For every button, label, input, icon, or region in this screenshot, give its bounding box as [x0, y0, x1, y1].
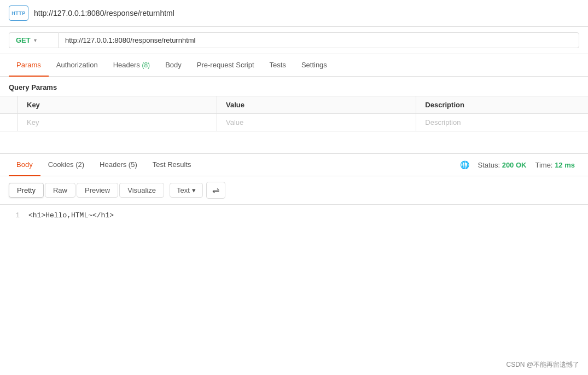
tab-params[interactable]: Params: [9, 54, 49, 77]
time-value: 12 ms: [555, 161, 575, 169]
tab-settings[interactable]: Settings: [294, 54, 335, 77]
params-table: Key Value Description Key Value Descript…: [0, 96, 588, 131]
visualize-button[interactable]: Visualize: [119, 183, 164, 198]
status-code: 200 OK: [502, 161, 527, 169]
row-checkbox: [0, 114, 18, 131]
code-line-1: 1 <h1>Hello,HTML~</h1>: [9, 211, 579, 220]
text-format-dropdown[interactable]: Text ▾: [170, 183, 203, 198]
method-select[interactable]: GET ▾: [9, 32, 58, 48]
headers-badge: (8): [142, 61, 150, 69]
resp-tab-headers[interactable]: Headers (5): [92, 154, 145, 176]
query-params-title: Query Params: [0, 77, 588, 96]
preview-button[interactable]: Preview: [77, 183, 118, 198]
resp-tab-testresults[interactable]: Test Results: [145, 154, 199, 176]
resp-tab-cookies[interactable]: Cookies (2): [40, 154, 92, 176]
tab-body[interactable]: Body: [158, 54, 189, 77]
code-area: 1 <h1>Hello,HTML~</h1>: [0, 205, 588, 226]
col-value-header: Value: [217, 96, 416, 114]
top-url: http://127.0.0.1:8080/response/returnhtm…: [34, 9, 174, 18]
desc-cell[interactable]: Description: [416, 114, 588, 131]
format-bar: Pretty Raw Preview Visualize Text ▾ ⇌: [0, 176, 588, 205]
request-bar: GET ▾: [0, 27, 588, 54]
time-label: Time: 12 ms: [535, 161, 575, 169]
chevron-down-icon: ▾: [192, 186, 196, 194]
table-row: Key Value Description: [0, 114, 588, 131]
wrap-button[interactable]: ⇌: [206, 182, 225, 199]
top-bar: HTTP http://127.0.0.1:8080/response/retu…: [0, 0, 588, 27]
chevron-down-icon: ▾: [34, 37, 37, 43]
globe-icon: 🌐: [460, 160, 469, 169]
http-badge-text: HTTP: [11, 10, 26, 16]
http-badge: HTTP: [9, 5, 28, 21]
raw-button[interactable]: Raw: [45, 183, 75, 198]
tab-tests[interactable]: Tests: [262, 54, 294, 77]
resp-tab-body[interactable]: Body: [9, 154, 40, 176]
tab-prerequest[interactable]: Pre-request Script: [189, 54, 262, 77]
status-label: Status: 200 OK: [478, 161, 527, 169]
request-tabs: Params Authorization Headers (8) Body Pr…: [0, 54, 588, 77]
key-cell[interactable]: Key: [18, 114, 217, 131]
col-key-header: Key: [18, 96, 217, 114]
tab-headers[interactable]: Headers (8): [106, 54, 158, 77]
value-cell[interactable]: Value: [217, 114, 416, 131]
pretty-button[interactable]: Pretty: [9, 183, 44, 198]
col-checkbox: [0, 96, 18, 114]
url-input[interactable]: [58, 32, 579, 48]
response-status: 🌐 Status: 200 OK Time: 12 ms: [456, 160, 579, 169]
line-number: 1: [9, 211, 20, 220]
col-desc-header: Description: [416, 96, 588, 114]
method-label: GET: [16, 36, 31, 44]
response-tabs: Body Cookies (2) Headers (5) Test Result…: [0, 154, 588, 176]
line-code: <h1>Hello,HTML~</h1>: [28, 211, 114, 220]
tab-authorization[interactable]: Authorization: [49, 54, 106, 77]
